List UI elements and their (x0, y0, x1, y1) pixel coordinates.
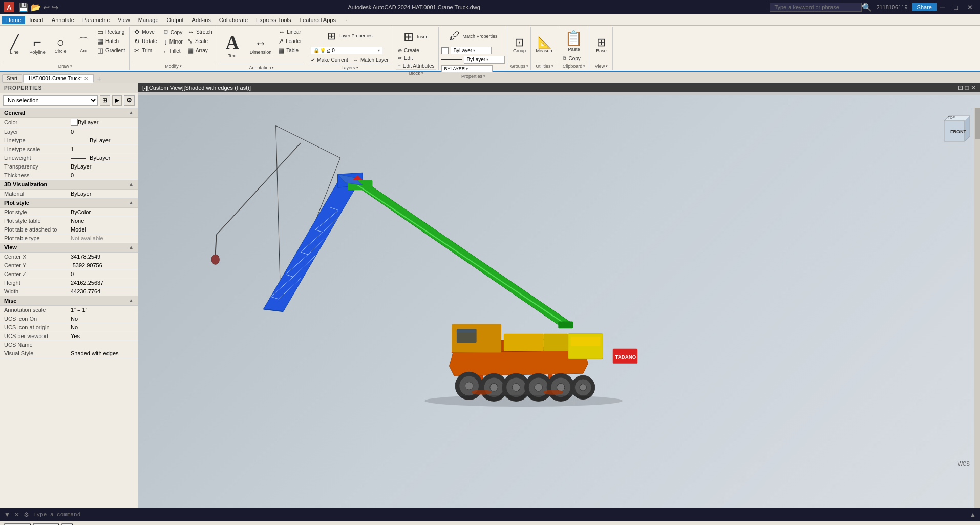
tool-move[interactable]: ✥Move (132, 28, 159, 36)
tool-edit-attributes[interactable]: ≡Edit Attributes (396, 62, 437, 69)
prop-quick-select[interactable]: ⊞ (100, 95, 110, 106)
restore-button[interactable]: □ (951, 3, 961, 12)
nav-cube[interactable]: FRONT TOP (934, 111, 975, 152)
layers-group-label[interactable]: Layers ▾ (309, 64, 391, 70)
modify-group-label[interactable]: Modify ▾ (132, 62, 214, 69)
tool-scale[interactable]: ⤡Scale (185, 37, 215, 46)
block-group-label[interactable]: Block ▾ (396, 69, 437, 76)
tool-copy-clip[interactable]: ⧉ Copy (561, 55, 587, 62)
command-clear-icon[interactable]: ✕ (14, 511, 19, 518)
tool-arc[interactable]: ⌒ Arc (72, 28, 95, 62)
tool-fillet[interactable]: ⌐Fillet (162, 47, 185, 55)
tab-hat0001[interactable]: HAT.0001.Crane Truck* ✕ (23, 74, 94, 83)
annotation-group-label[interactable]: Annotation ▾ (220, 64, 304, 70)
tab-close-hat0001[interactable]: ✕ (84, 76, 88, 81)
prop-settings[interactable]: ⚙ (124, 95, 135, 106)
command-minimize-icon[interactable]: ▼ (4, 511, 10, 518)
tool-trim[interactable]: ✂Trim (132, 46, 159, 55)
tool-group[interactable]: ⊡ Group (510, 36, 528, 54)
tool-edit-block[interactable]: ✏Edit (396, 55, 437, 61)
tool-rectang[interactable]: ▭ Rectang (95, 28, 127, 36)
tool-stretch[interactable]: ↔Stretch (185, 28, 215, 36)
menu-parametric[interactable]: Parametric (78, 16, 114, 24)
command-input[interactable] (33, 512, 966, 518)
start-button[interactable]: Start (2, 74, 22, 83)
search-input[interactable] (770, 3, 862, 12)
menu-addins[interactable]: Add-ins (188, 16, 215, 24)
lineweight-selector[interactable]: BYLAYER ▾ (441, 65, 493, 72)
selection-selector[interactable]: No selection (3, 95, 98, 106)
tool-copy[interactable]: ⧉Copy (162, 28, 185, 37)
color-selector[interactable]: ByLayer ▾ (451, 47, 492, 54)
viewport-close-icon[interactable]: ✕ (971, 84, 976, 91)
tool-match-layer[interactable]: ↔ Match Layer (351, 57, 391, 64)
redo-icon[interactable]: ↪ (52, 3, 58, 12)
canvas-area[interactable]: TADANO (138, 95, 980, 508)
tool-insert[interactable]: ⊞ Insert (396, 28, 437, 46)
groups-group-label[interactable]: Groups ▾ (510, 62, 528, 69)
clipboard-group-label[interactable]: Clipboard ▾ (561, 62, 587, 69)
properties-group-label[interactable]: Properties ▾ (441, 72, 505, 79)
viewport-restore-icon[interactable]: ⊡ (958, 84, 963, 91)
tool-rotate[interactable]: ↻Rotate (132, 37, 159, 46)
svg-point-33 (211, 255, 219, 264)
tool-base[interactable]: ⊞ Base (592, 36, 610, 54)
tool-make-current[interactable]: ✔ Make Current (309, 57, 350, 64)
tool-layer-properties[interactable]: ⊞ Layer Properties (309, 28, 391, 44)
tool-array[interactable]: ▦Array (185, 46, 215, 55)
menu-manage[interactable]: Manage (134, 16, 163, 24)
undo-icon[interactable]: ↩ (43, 3, 50, 12)
menu-output[interactable]: Output (163, 16, 188, 24)
section-plot-style[interactable]: Plot style ▲ (0, 198, 138, 208)
tool-polyline[interactable]: ⌐ Polyline (26, 28, 49, 62)
tool-table[interactable]: ▦Table (276, 46, 304, 55)
scrollbar-thumb[interactable] (975, 108, 980, 139)
menu-annotate[interactable]: Annotate (48, 16, 78, 24)
tool-measure[interactable]: 📐 Measure (534, 36, 556, 54)
section-3d-viz[interactable]: 3D Visualization ▲ (0, 180, 138, 190)
share-button[interactable]: Share (912, 3, 937, 11)
quick-save-icon[interactable]: 💾 (18, 3, 29, 12)
menu-express[interactable]: Express Tools (252, 16, 295, 24)
tool-mirror[interactable]: ⫿Mirror (162, 37, 185, 46)
menu-home[interactable]: Home (2, 16, 25, 24)
menu-view[interactable]: View (114, 16, 134, 24)
tool-create-block[interactable]: ⊕Create (396, 47, 437, 54)
tool-linear[interactable]: ↔Linear (276, 28, 304, 36)
section-misc[interactable]: Misc ▲ (0, 296, 138, 306)
menu-collaborate[interactable]: Collaborate (215, 16, 252, 24)
section-view[interactable]: View ▲ (0, 243, 138, 253)
command-settings-icon[interactable]: ⚙ (24, 511, 29, 518)
tool-text[interactable]: A Text (220, 28, 245, 64)
utilities-group-label[interactable]: Utilities ▾ (534, 62, 556, 69)
draw-group-label[interactable]: Draw ▾ (3, 62, 127, 69)
tool-dimension[interactable]: ↔ Dimension (246, 28, 276, 64)
tool-hatch[interactable]: ▦ Hatch (95, 37, 127, 46)
add-tab-button[interactable]: + (95, 75, 103, 83)
section-general[interactable]: General ▲ (0, 108, 138, 118)
menu-insert[interactable]: Insert (25, 16, 48, 24)
layer-selector[interactable]: 🔒💡🖨 0 ▾ (311, 47, 382, 54)
tool-paste[interactable]: 📋 Paste (561, 28, 587, 54)
copy-icon: ⧉ (164, 28, 168, 36)
menu-featured[interactable]: Featured Apps (295, 16, 340, 24)
linetype-selector[interactable]: ByLayer ▾ (464, 56, 505, 64)
view-group-label[interactable]: View ▾ (592, 62, 610, 69)
tool-match-properties[interactable]: 🖊 Match Properties (441, 28, 505, 45)
tool-gradient[interactable]: ◫ Gradient (95, 46, 127, 55)
viewport-maximize-icon[interactable]: □ (965, 84, 969, 91)
close-button[interactable]: ✕ (964, 3, 976, 12)
menu-more[interactable]: ··· (340, 16, 353, 24)
tool-circle[interactable]: ○ Circle (49, 28, 72, 62)
ribbon-group-utilities: 📐 Measure Utilities ▾ (531, 27, 558, 70)
command-expand-icon[interactable]: ▲ (970, 511, 976, 518)
tool-line[interactable]: ╱ Line (3, 28, 26, 62)
minimize-button[interactable]: ─ (937, 3, 948, 12)
prop-select-filter[interactable]: ▶ (112, 95, 122, 106)
properties-panel: PROPERTIES No selection ⊞ ▶ ⚙ General ▲ … (0, 83, 138, 508)
search-icon[interactable]: 🔍 (862, 3, 872, 12)
open-icon[interactable]: 📂 (31, 3, 41, 12)
tool-leader[interactable]: ↗Leader (276, 37, 304, 46)
vertical-scrollbar[interactable] (974, 108, 980, 508)
viewport[interactable]: [-][Custom View][Shaded with edges (Fast… (138, 83, 980, 508)
